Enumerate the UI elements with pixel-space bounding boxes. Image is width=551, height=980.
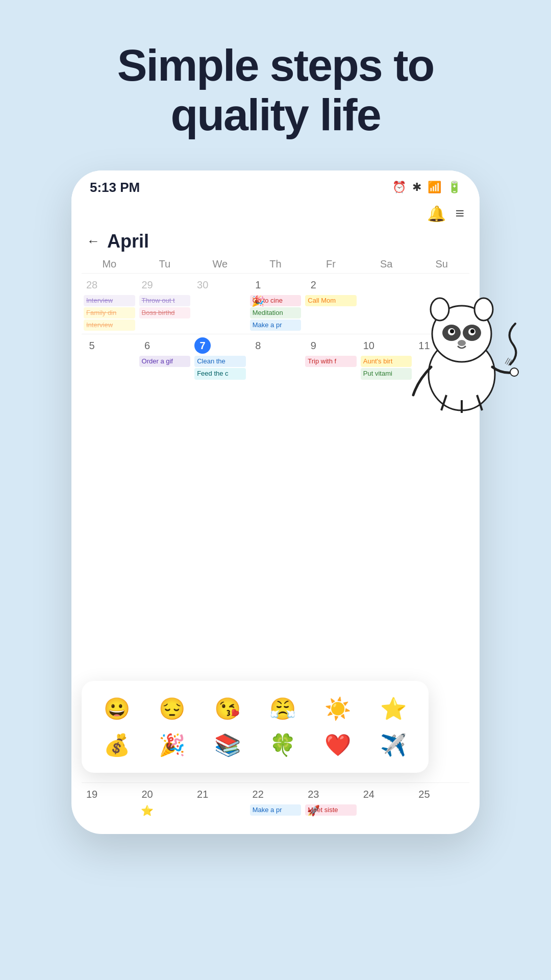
- calendar-day-21[interactable]: 21: [192, 783, 248, 834]
- calendar-day-2[interactable]: 2 Call Mom: [303, 274, 359, 334]
- emoji-star[interactable]: ⭐: [368, 693, 418, 724]
- day-number: [361, 277, 377, 293]
- emoji-plane[interactable]: ✈️: [368, 729, 418, 761]
- emoji-smile[interactable]: 😀: [92, 693, 142, 724]
- svg-point-12: [470, 329, 474, 333]
- emoji-angry[interactable]: 😤: [258, 693, 308, 724]
- raccoon-mascot: |||: [403, 273, 520, 418]
- svg-point-13: [458, 340, 466, 346]
- emoji-sad[interactable]: 😔: [147, 693, 197, 724]
- day-number: 8: [250, 337, 266, 354]
- emoji-books[interactable]: 📚: [203, 729, 253, 761]
- day-number: 9: [305, 337, 321, 354]
- day-header-we: We: [192, 258, 248, 270]
- status-icons: ⏰ ✱ 📶 🔋: [392, 181, 461, 194]
- calendar-day-8[interactable]: 8: [248, 334, 304, 385]
- hero-section: Simple steps to quality life: [0, 0, 551, 160]
- event-chip[interactable]: Make a pr: [250, 320, 302, 331]
- calendar-day-1[interactable]: 1 🎉 Go to cine Meditation Make a pr: [248, 274, 304, 334]
- day-header-su: Su: [414, 258, 469, 270]
- day-number: 22: [250, 786, 266, 802]
- day-header-sa: Sa: [359, 258, 414, 270]
- event-chip[interactable]: Order a gif: [139, 356, 191, 367]
- emoji-money[interactable]: 💰: [92, 729, 142, 761]
- calendar-day-22[interactable]: 22 Make a pr: [248, 783, 304, 834]
- calendar-day-29[interactable]: 29 Throw out t Boss birthd: [137, 274, 193, 334]
- filter-icon[interactable]: ≡: [455, 205, 464, 222]
- day-number: 24: [361, 786, 377, 802]
- day-header-fr: Fr: [303, 258, 359, 270]
- emoji-clover[interactable]: 🍀: [258, 729, 308, 761]
- svg-point-11: [450, 329, 454, 333]
- calendar-week-bottom: 19 20 ⭐ 21 22 Make a pr 23 🚀 Meet siste: [82, 782, 469, 834]
- day-number: 5: [84, 337, 100, 354]
- event-chip[interactable]: Meditation: [250, 307, 302, 318]
- back-button[interactable]: ←: [87, 233, 100, 249]
- phone-container: 5:13 PM ⏰ ✱ 📶 🔋 🔔 ≡ ← April Mo: [31, 170, 520, 885]
- event-chip[interactable]: Go to cine: [250, 295, 302, 306]
- alarm-icon: ⏰: [392, 181, 406, 194]
- svg-text:|||: |||: [505, 356, 513, 365]
- calendar-day-19[interactable]: 19: [82, 783, 137, 834]
- day-number: 23 🚀: [305, 786, 321, 802]
- emoji-heart[interactable]: ❤️: [313, 729, 363, 761]
- emoji-party[interactable]: 🎉: [147, 729, 197, 761]
- event-chip-feed[interactable]: Feed the c: [194, 368, 246, 379]
- app-header-right: 🔔 ≡: [427, 205, 464, 223]
- battery-icon: 🔋: [447, 181, 461, 194]
- day-number: 20 ⭐: [139, 786, 156, 802]
- svg-point-5: [431, 298, 449, 321]
- day-number: 2: [305, 277, 321, 293]
- calendar-day-20[interactable]: 20 ⭐: [137, 783, 193, 834]
- svg-point-6: [474, 298, 493, 321]
- hero-title: Simple steps to quality life: [31, 41, 520, 140]
- day-header-mo: Mo: [82, 258, 137, 270]
- notification-icon[interactable]: 🔔: [427, 205, 446, 223]
- emoji-sun[interactable]: ☀️: [313, 693, 363, 724]
- event-chip[interactable]: Boss birthd: [139, 307, 191, 318]
- day-number: 29: [139, 277, 156, 293]
- day-number: 25: [416, 786, 432, 802]
- event-chip-clean[interactable]: Clean the: [194, 356, 246, 367]
- raccoon-svg: |||: [403, 273, 520, 415]
- calendar-day-5[interactable]: 5: [82, 334, 137, 385]
- bluetooth-icon: ✱: [412, 181, 421, 194]
- event-chip[interactable]: Family din: [84, 307, 135, 318]
- day-headers-row: Mo Tu We Th Fr Sa Su: [82, 256, 469, 273]
- status-time: 5:13 PM: [90, 180, 140, 195]
- hero-title-line1: Simple steps to: [117, 40, 434, 90]
- day-number: 21: [194, 786, 211, 802]
- emoji-panel: 😀 😔 😘 😤 ☀️ ⭐ 💰 🎉 📚 🍀 ❤️ ✈️: [82, 681, 429, 773]
- event-chip[interactable]: Interview: [84, 295, 135, 306]
- day-number: 28: [84, 277, 100, 293]
- calendar-day-6[interactable]: 6 Order a gif: [137, 334, 193, 385]
- event-chip[interactable]: Make a pr: [250, 804, 302, 816]
- svg-point-15: [510, 368, 518, 376]
- calendar-day-9[interactable]: 9 Trip with f: [303, 334, 359, 385]
- day-number: 10: [361, 337, 377, 354]
- emoji-kiss[interactable]: 😘: [203, 693, 253, 724]
- hero-title-line2: quality life: [170, 89, 380, 140]
- app-header: 🔔 ≡: [71, 200, 480, 228]
- event-chip[interactable]: Trip with f: [305, 356, 357, 367]
- wifi-icon: 📶: [428, 181, 441, 194]
- event-chip[interactable]: Interview: [84, 320, 135, 331]
- day-header-tu: Tu: [137, 258, 193, 270]
- event-chip[interactable]: Throw out t: [139, 295, 191, 306]
- calendar-day-23[interactable]: 23 🚀 Meet siste: [303, 783, 359, 834]
- calendar-bottom-partial: 19 20 ⭐ 21 22 Make a pr 23 🚀 Meet siste: [71, 782, 480, 834]
- calendar-day-24[interactable]: 24: [359, 783, 414, 834]
- day-number: 1 🎉: [250, 277, 266, 293]
- event-chip[interactable]: Meet siste: [305, 804, 357, 816]
- calendar-header: ← April: [71, 228, 480, 256]
- day-number: 19: [84, 786, 100, 802]
- phone-frame: 5:13 PM ⏰ ✱ 📶 🔋 🔔 ≡ ← April Mo: [71, 170, 480, 834]
- calendar-day-28[interactable]: 28 Interview Family din Interview: [82, 274, 137, 334]
- status-bar: 5:13 PM ⏰ ✱ 📶 🔋: [71, 170, 480, 200]
- day-number-today: 7: [194, 337, 211, 354]
- calendar-day-25[interactable]: 25: [414, 783, 469, 834]
- calendar-day-30[interactable]: 30: [192, 274, 248, 334]
- calendar-day-7[interactable]: 7 Clean the Feed the c: [192, 334, 248, 385]
- event-chip[interactable]: Call Mom: [305, 295, 357, 306]
- month-title: April: [107, 231, 149, 252]
